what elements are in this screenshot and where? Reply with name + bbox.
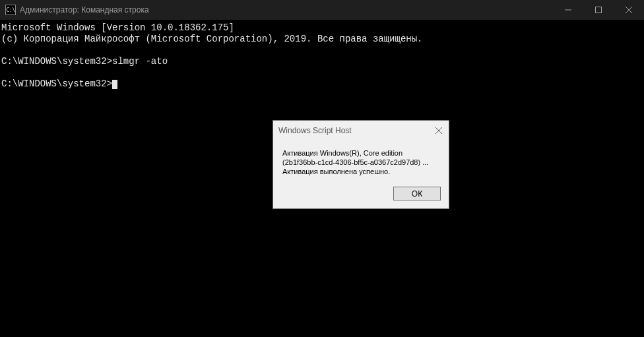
system-menu-icon[interactable]: C:\ [5,5,16,15]
maximize-icon [595,7,602,13]
close-icon [626,7,632,13]
system-menu-icon-text: C:\ [6,7,15,13]
dialog-title-text: Windows Script Host [278,126,429,135]
message-dialog: Windows Script Host Активация Windows(R)… [273,120,449,209]
terminal-cursor [112,80,117,89]
window-title: Администратор: Командная строка [20,5,149,15]
dialog-close-button[interactable] [429,121,449,140]
dialog-message-line: (2b1f36bb-c1cd-4306-bf5c-a0367c2d97d8) .… [282,158,439,167]
close-button[interactable] [614,0,644,20]
terminal-line: (c) Корпорация Майкрософт (Microsoft Cor… [1,34,423,44]
terminal-prompt: C:\WINDOWS\system32> [1,78,112,89]
close-icon [435,127,442,134]
minimize-button[interactable] [553,0,583,20]
dialog-body: Активация Windows(R), Core edition (2b1f… [273,140,449,180]
terminal-line: Microsoft Windows [Version 10.0.18362.17… [1,22,234,33]
terminal-command: slmgr -ato [112,56,168,67]
dialog-message-line: Активация Windows(R), Core edition [282,148,439,158]
maximize-button[interactable] [583,0,614,20]
terminal-prompt: C:\WINDOWS\system32> [1,56,112,67]
dialog-message-line: Активация выполнена успешно. [282,167,439,176]
window-titlebar: C:\ Администратор: Командная строка [0,0,644,20]
dialog-button-row: ОК [273,180,449,208]
minimize-icon [565,7,571,13]
ok-button-label: ОК [412,189,422,199]
svg-rect-1 [596,7,602,13]
ok-button[interactable]: ОК [393,187,441,200]
dialog-titlebar: Windows Script Host [273,121,449,140]
